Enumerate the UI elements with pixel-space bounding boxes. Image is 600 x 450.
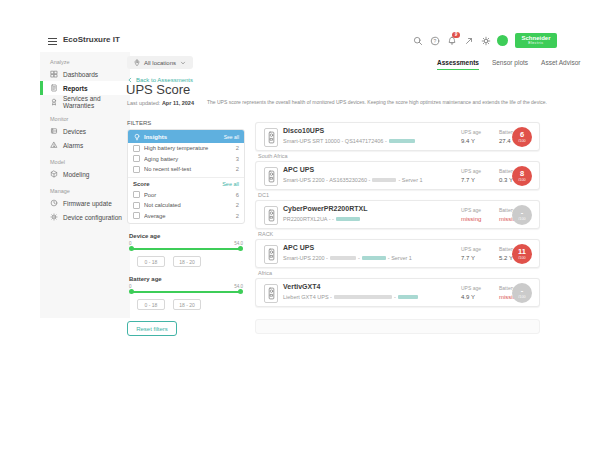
filter-count: 6	[236, 192, 239, 198]
sidebar-item-modeling[interactable]: Modeling	[40, 167, 130, 181]
sidebar-item-dashboards[interactable]: Dashboards	[40, 67, 130, 81]
empty-row	[255, 319, 540, 334]
device-age-label: Device age	[129, 233, 243, 239]
filter-count: 2	[236, 213, 239, 219]
device-age-slider[interactable]	[131, 248, 241, 250]
settings-gear-icon[interactable]	[480, 35, 491, 46]
score-badge: 11/100	[512, 244, 532, 264]
share-icon[interactable]	[463, 35, 474, 46]
score-see-all-link[interactable]: See all	[222, 181, 239, 187]
page-title: UPS Score	[126, 82, 190, 97]
device-age-filter: Device age 0 54.0 0 - 18 18 - 20	[127, 233, 245, 267]
ups-age-value: 4.9 Y	[461, 294, 481, 300]
device-card-apc-ups[interactable]: APC UPSSmart-UPS 2200 - AS1635230260 - -…	[255, 161, 540, 190]
battery-age-slider-handle-high[interactable]	[238, 289, 243, 294]
last-updated-date: Apr 11, 2024	[162, 100, 194, 106]
insights-see-all-link[interactable]: See all	[224, 134, 239, 140]
insights-header[interactable]: Insights See all	[128, 130, 244, 143]
device-subtitle: Smart-UPS SRT 10000 - QS1447172406 -	[283, 138, 415, 144]
location-selector[interactable]: All locations	[127, 56, 193, 69]
battery-age-slider-handle-low[interactable]	[129, 289, 134, 294]
checkbox[interactable]	[133, 202, 140, 209]
device-age-slider-handle-low[interactable]	[129, 246, 134, 251]
score-denominator: /100	[512, 139, 532, 143]
ups-age-value: missing	[461, 216, 481, 222]
avatar[interactable]	[497, 35, 508, 46]
device-age-range-low-input[interactable]: 0 - 18	[137, 256, 165, 267]
device-age-range-high-input[interactable]: 18 - 20	[173, 256, 201, 267]
device-location	[255, 307, 540, 317]
dashboards-icon	[50, 70, 58, 78]
tab-asset-advisor[interactable]: Asset Advisor	[541, 59, 580, 70]
sidebar-section-monitor: Monitor	[50, 116, 130, 122]
battery-age-range-low-input[interactable]: 0 - 18	[137, 299, 165, 310]
help-icon[interactable]: ?	[429, 35, 440, 46]
top-bar: EcoStruxure IT ? 9 Schneider Electric	[40, 30, 557, 52]
alarms-icon	[50, 141, 58, 149]
device-card-cyberpowerpr2200rtxl[interactable]: CyberPowerPR2200RTXLPR2200RTXL2UA - - UP…	[255, 200, 540, 229]
device-card-apc-ups[interactable]: APC UPSSmart-UPS 2200 - - - Server 1UPS …	[255, 239, 540, 268]
schneider-electric-logo: Schneider Electric	[515, 33, 557, 48]
sidebar-item-label: Devices	[63, 128, 86, 135]
score-value: 8	[512, 169, 532, 178]
chevron-down-icon	[179, 59, 187, 67]
firmware-icon	[50, 199, 58, 207]
checkbox[interactable]	[133, 155, 140, 162]
score-denominator: /100	[512, 178, 532, 182]
score-label: Score	[133, 181, 222, 187]
redacted-text	[334, 295, 392, 299]
tab-assessments[interactable]: Assessments	[437, 59, 479, 70]
insights-label: Insights	[144, 134, 221, 140]
sidebar-section-model: Model	[50, 159, 130, 165]
score-denominator: /100	[512, 256, 532, 260]
sidebar-item-firmware-update[interactable]: Firmware update	[40, 196, 130, 210]
battery-age-range-high-input[interactable]: 18 - 20	[173, 299, 201, 310]
tab-sensor-plots[interactable]: Sensor plots	[492, 59, 528, 70]
brand-sub: Electric	[515, 41, 557, 45]
ups-age-value: 7.7 Y	[461, 255, 481, 261]
score-badge: -/100	[512, 283, 532, 303]
checkbox[interactable]	[133, 166, 140, 173]
sidebar-item-services-and-warranties[interactable]: Services and Warranties	[40, 95, 130, 109]
sidebar-item-devices[interactable]: Devices	[40, 124, 130, 138]
device-age-slider-handle-high[interactable]	[238, 246, 243, 251]
last-updated: Last updated: Apr 11, 2024	[127, 100, 194, 106]
ups-age-value: 9.4 Y	[461, 138, 481, 144]
ups-device-icon	[264, 206, 278, 225]
sidebar-item-alarms[interactable]: Alarms	[40, 138, 130, 152]
redacted-text	[362, 256, 386, 260]
score-filter-not-calculated[interactable]: Not calculated2	[128, 200, 244, 211]
sidebar-section-analyze: Analyze	[50, 59, 130, 65]
reset-filters-button[interactable]: Reset filters	[127, 321, 177, 336]
ups-age-column: UPS age7.7 Y	[461, 168, 481, 183]
score-filter-poor[interactable]: Poor6	[128, 190, 244, 201]
score-badge: 8/100	[512, 166, 532, 186]
insight-filter-no-recent-self-test[interactable]: No recent self-test2	[128, 164, 244, 175]
insight-filter-high-battery-temperature[interactable]: High battery temperature2	[128, 143, 244, 154]
sidebar: AnalyzeDashboardsReportsServices and War…	[40, 52, 130, 318]
modeling-icon	[50, 170, 58, 178]
sidebar-item-device-configuration[interactable]: Device configuration	[40, 210, 130, 224]
search-icon[interactable]	[412, 35, 423, 46]
device-model-text: - Server 1	[398, 177, 422, 183]
score-value: -	[512, 208, 532, 217]
sidebar-item-reports[interactable]: Reports	[40, 81, 130, 95]
redacted-text	[398, 295, 418, 299]
checkbox[interactable]	[133, 191, 140, 198]
ups-device-icon	[264, 245, 278, 264]
location-selector-value: All locations	[144, 60, 176, 66]
insight-filter-aging-battery[interactable]: Aging battery3	[128, 154, 244, 165]
checkbox[interactable]	[133, 145, 140, 152]
device-card-disco10ups[interactable]: Disco10UPSSmart-UPS SRT 10000 - QS144717…	[255, 122, 540, 151]
score-filter-average[interactable]: Average2	[128, 211, 244, 222]
checkbox[interactable]	[133, 212, 140, 219]
notifications-bell-icon[interactable]: 9	[446, 35, 457, 46]
lightbulb-icon	[133, 133, 141, 141]
devices-icon	[50, 127, 58, 135]
device-model-text: -	[394, 294, 396, 300]
hamburger-menu-icon[interactable]	[48, 38, 57, 45]
device-card-vertivgxt4[interactable]: VertivGXT4Liebert GXT4 UPS - - UPS age4.…	[255, 278, 540, 307]
device-model-text: -	[358, 255, 360, 261]
ups-device-icon	[264, 167, 278, 186]
battery-age-slider[interactable]	[131, 291, 241, 293]
